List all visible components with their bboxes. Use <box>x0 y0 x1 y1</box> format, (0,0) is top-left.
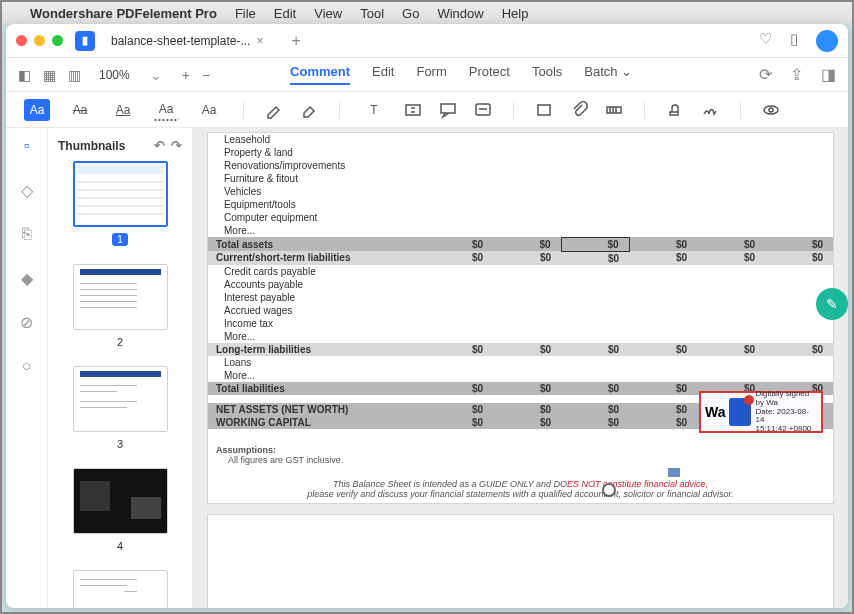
svg-point-6 <box>769 108 773 112</box>
disclaimer-2: please verify and discuss your financial… <box>307 489 733 499</box>
document-viewport[interactable]: Leasehold Property & land Renovations/im… <box>193 128 848 608</box>
left-rail: ▫ ◇ ⎘ ◆ ⊘ ○ <box>6 128 48 608</box>
grid-view-icon[interactable]: ▦ <box>43 67 56 83</box>
note-icon[interactable] <box>474 101 492 119</box>
tab-comment[interactable]: Comment <box>290 64 350 85</box>
thumbnail-3[interactable] <box>73 366 168 432</box>
selection-handle[interactable] <box>668 468 680 477</box>
title-bar: ▮ balance-sheet-template-... × + ♡ ▯ <box>6 24 848 58</box>
signature-icon[interactable] <box>701 101 719 119</box>
primary-toolbar: ◧ ▦ ▥ 100% ⌄ + − Comment Edit Form Prote… <box>6 58 848 92</box>
balance-sheet-table: Leasehold Property & land Renovations/im… <box>208 133 833 429</box>
rotate-left-icon[interactable]: ↶ <box>154 138 165 153</box>
thumbnail-4[interactable] <box>73 468 168 534</box>
menu-tool[interactable]: Tool <box>360 6 384 21</box>
callout-icon[interactable] <box>439 101 457 119</box>
thumbnails-rail-icon[interactable]: ▫ <box>17 136 37 156</box>
assumptions-line: All figures are GST inclusive. <box>216 455 825 465</box>
bookmark-rail-icon[interactable]: ⎘ <box>17 224 37 244</box>
zoom-out-icon[interactable]: − <box>202 67 210 83</box>
highlight-aa-button[interactable]: Aa <box>24 99 50 121</box>
page-num-2: 2 <box>117 336 123 348</box>
attachments-rail-icon[interactable]: ⊘ <box>17 312 37 332</box>
panel-title: Thumbnails <box>58 139 125 153</box>
search-rail-icon[interactable]: ○ <box>17 356 37 376</box>
page-num-3: 3 <box>117 438 123 450</box>
comments-rail-icon[interactable]: ◇ <box>17 180 37 200</box>
svg-rect-1 <box>441 104 455 113</box>
maximize-window[interactable] <box>52 35 63 46</box>
eraser-icon[interactable] <box>300 101 318 119</box>
document-tab[interactable]: balance-sheet-template-... × <box>101 29 273 53</box>
menu-view[interactable]: View <box>314 6 342 21</box>
thumbnails-panel: Thumbnails ↶ ↷ 1 2 <box>48 128 193 608</box>
list-view-icon[interactable]: ▥ <box>68 67 81 83</box>
side-panel-icon[interactable]: ◨ <box>821 65 836 84</box>
menu-go[interactable]: Go <box>402 6 419 21</box>
squiggly-button[interactable]: Aa <box>153 99 179 121</box>
new-tab-button[interactable]: + <box>291 32 300 50</box>
sig-date: Date: 2023-08-14 <box>755 408 817 426</box>
rotate-right-icon[interactable]: ↷ <box>171 138 182 153</box>
page-1: Leasehold Property & land Renovations/im… <box>207 132 834 504</box>
annotation-toolbar: Aa Aa Aa Aa Aa T <box>6 92 848 128</box>
sig-by: Digitally signed by Wa <box>755 390 817 408</box>
panel-toggle-icon[interactable]: ◧ <box>18 67 31 83</box>
tab-protect[interactable]: Protect <box>469 64 510 85</box>
eye-icon[interactable] <box>762 101 780 119</box>
page-num-4: 4 <box>117 540 123 552</box>
app-icon: ▮ <box>75 31 95 51</box>
close-tab-icon[interactable]: × <box>256 34 263 48</box>
svg-rect-4 <box>607 107 621 113</box>
disclaimer-1a: This Balance Sheet is intended as a GUID… <box>333 479 567 489</box>
share-icon[interactable]: ⇪ <box>790 65 803 84</box>
tab-form[interactable]: Form <box>416 64 446 85</box>
layers-rail-icon[interactable]: ◆ <box>17 268 37 288</box>
digital-signature[interactable]: Wa Digitally signed by Wa Date: 2023-08-… <box>699 391 823 433</box>
page-2 <box>207 514 834 609</box>
floating-action-button[interactable]: ✎ <box>816 288 848 320</box>
menu-window[interactable]: Window <box>437 6 483 21</box>
svg-point-5 <box>764 106 778 114</box>
strikethrough-button[interactable]: Aa <box>67 99 93 121</box>
textbox-icon[interactable] <box>404 101 422 119</box>
rectangle-icon[interactable] <box>535 101 553 119</box>
thumbnail-2[interactable] <box>73 264 168 330</box>
highlighter-icon[interactable] <box>265 101 283 119</box>
underline-button[interactable]: Aa <box>110 99 136 121</box>
svg-rect-0 <box>406 105 420 115</box>
zoom-in-icon[interactable]: + <box>182 67 190 83</box>
menu-help[interactable]: Help <box>502 6 529 21</box>
close-window[interactable] <box>16 35 27 46</box>
zoom-dropdown-icon[interactable]: ⌄ <box>150 67 162 83</box>
tab-tools[interactable]: Tools <box>532 64 562 85</box>
thumbnail-5[interactable] <box>73 570 168 608</box>
menu-file[interactable]: File <box>235 6 256 21</box>
caret-button[interactable]: Aa <box>196 99 222 121</box>
app-name[interactable]: Wondershare PDFelement Pro <box>30 6 217 21</box>
attachment-icon[interactable] <box>570 101 588 119</box>
thumbnail-1[interactable] <box>73 161 168 227</box>
tab-batch[interactable]: Batch ⌄ <box>584 64 632 85</box>
sig-name: Wa <box>705 404 725 420</box>
tab-edit[interactable]: Edit <box>372 64 394 85</box>
measure-icon[interactable] <box>605 101 623 119</box>
radio-annotation[interactable] <box>602 483 616 497</box>
user-avatar[interactable] <box>816 30 838 52</box>
assumptions-heading: Assumptions: <box>216 445 825 455</box>
bell-icon[interactable]: ♡ <box>759 30 772 52</box>
mobile-icon[interactable]: ▯ <box>790 30 798 52</box>
svg-rect-3 <box>538 105 550 115</box>
signature-badge-icon <box>729 398 751 426</box>
sig-time: 15:11:42 +0800 <box>755 425 817 434</box>
mac-menubar: Wondershare PDFelement Pro File Edit Vie… <box>2 2 852 24</box>
stamp-icon[interactable] <box>666 101 684 119</box>
tab-title: balance-sheet-template-... <box>111 34 250 48</box>
text-tool-button[interactable]: T <box>361 99 387 121</box>
disclaimer-1b: ES NOT constitute financial advice, <box>567 479 708 489</box>
zoom-level[interactable]: 100% <box>99 68 130 82</box>
minimize-window[interactable] <box>34 35 45 46</box>
page-num-1: 1 <box>112 233 128 246</box>
cloud-sync-icon[interactable]: ⟳ <box>759 65 772 84</box>
menu-edit[interactable]: Edit <box>274 6 296 21</box>
